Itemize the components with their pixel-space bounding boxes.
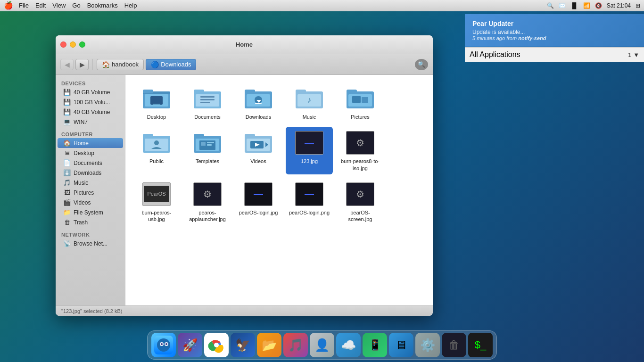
menu-edit[interactable]: Edit bbox=[35, 2, 46, 9]
sidebar-item-40gb-1[interactable]: 💾 40 GB Volume bbox=[58, 87, 123, 97]
svg-text:♪: ♪ bbox=[307, 95, 312, 105]
sidebar-item-documents[interactable]: 📄 Documents bbox=[58, 158, 123, 168]
folder-videos[interactable]: Videos bbox=[235, 127, 282, 174]
drive-icon: 💾 bbox=[63, 89, 71, 96]
forward-button[interactable]: ▶ bbox=[75, 59, 89, 70]
sidebar-item-filesystem[interactable]: 📁 File System bbox=[58, 207, 123, 217]
back-button[interactable]: ◀ bbox=[60, 59, 74, 70]
svg-rect-23 bbox=[347, 90, 357, 93]
sidebar-item-100gb[interactable]: 💾 100 GB Volu... bbox=[58, 97, 123, 107]
folder-videos-icon bbox=[243, 130, 273, 156]
menu-bookmarks[interactable]: Bookmarks bbox=[87, 2, 118, 9]
sidebar-item-pictures[interactable]: 🖼 Pictures bbox=[58, 188, 123, 197]
file-login-png[interactable]: — pearOS-login.png bbox=[286, 178, 333, 226]
folder-public[interactable]: Public bbox=[133, 127, 180, 174]
folder-music[interactable]: ♪ Music bbox=[286, 82, 333, 123]
sidebar-label-home: Home bbox=[74, 140, 89, 147]
sidebar-item-home[interactable]: 🏠 Home bbox=[58, 138, 123, 148]
sidebar-label-filesystem: File System bbox=[74, 209, 103, 216]
title-bar: Home bbox=[56, 35, 433, 54]
file-login-jpg[interactable]: — pearOS-login.jpg bbox=[235, 178, 282, 226]
apple-menu-icon[interactable]: 🍎 bbox=[4, 1, 13, 10]
sidebar: Devices 💾 40 GB Volume 💾 100 GB Volu... … bbox=[56, 75, 125, 305]
svg-point-48 bbox=[161, 343, 163, 345]
maximize-button[interactable] bbox=[79, 41, 85, 48]
window-controls bbox=[60, 41, 85, 48]
dock-item-finder[interactable] bbox=[151, 333, 176, 357]
battery-icon: ▐▌ bbox=[570, 2, 578, 9]
svg-rect-10 bbox=[200, 99, 215, 100]
volume-icon[interactable]: 🔇 bbox=[595, 2, 602, 9]
main-area: Devices 💾 40 GB Volume 💾 100 GB Volu... … bbox=[56, 75, 433, 305]
svg-point-30 bbox=[154, 140, 159, 145]
dock-item-chrome[interactable] bbox=[204, 333, 229, 357]
dock-item-sysprefs[interactable]: ⚙️ bbox=[415, 333, 440, 357]
sidebar-item-music[interactable]: 🎵 Music bbox=[58, 178, 123, 188]
folder-pictures-icon bbox=[345, 85, 375, 112]
svg-rect-5 bbox=[153, 104, 160, 105]
mail-icon[interactable]: ✉️ bbox=[559, 2, 566, 9]
file-applauncher[interactable]: ⚙ pearos-applauncher.jpg bbox=[184, 178, 231, 226]
search-button[interactable]: 🔍 bbox=[415, 59, 428, 70]
menu-go[interactable]: Go bbox=[72, 2, 80, 9]
sidebar-item-40gb-2[interactable]: 💾 40 GB Volume bbox=[58, 107, 123, 117]
grid-icon[interactable]: ⊞ bbox=[636, 2, 640, 9]
folder-documents[interactable]: Documents bbox=[184, 82, 231, 123]
file-burn-usb[interactable]: PearOS burn-pearos-usb.jpg bbox=[133, 178, 180, 226]
folder-templates[interactable]: Templates bbox=[184, 127, 231, 174]
menu-view[interactable]: View bbox=[52, 2, 66, 9]
notification-body: Update is available... bbox=[472, 29, 636, 35]
drive-icon-3: 💾 bbox=[63, 108, 71, 115]
toolbar: ◀ ▶ 🏠 handbook 🔵 Downloads 🔍 bbox=[56, 54, 433, 75]
downloads-breadcrumb-icon: 🔵 bbox=[151, 61, 159, 68]
folder-pictures[interactable]: Pictures bbox=[337, 82, 384, 123]
sidebar-label-trash: Trash bbox=[74, 219, 88, 226]
sidebar-item-desktop[interactable]: 🖥 Desktop bbox=[58, 148, 123, 158]
dock-item-instastats[interactable]: 🗑 bbox=[442, 333, 466, 357]
sidebar-section-devices: Devices bbox=[56, 79, 125, 87]
folder-templates-icon bbox=[192, 130, 223, 156]
dock-item-icloud[interactable]: ☁️ bbox=[336, 333, 361, 357]
dock-item-cydia[interactable]: 📱 bbox=[363, 333, 387, 357]
menu-file[interactable]: File bbox=[19, 2, 29, 9]
file-screen-jpg-icon: ⚙ bbox=[345, 181, 375, 207]
sidebar-section-network: Network bbox=[56, 230, 125, 239]
breadcrumb-handbook[interactable]: 🏠 handbook bbox=[97, 59, 144, 70]
file-screen-jpg[interactable]: ⚙ pearOS-screen.jpg bbox=[337, 178, 384, 226]
svg-rect-37 bbox=[207, 144, 212, 146]
sidebar-item-win7[interactable]: 💻 WIN7 bbox=[58, 117, 123, 127]
minimize-button[interactable] bbox=[70, 41, 76, 48]
dock-item-rocket[interactable]: 🚀 bbox=[178, 333, 202, 357]
notification-banner[interactable]: Pear Updater Update is available... 5 mi… bbox=[465, 14, 644, 47]
app-dropdown[interactable]: All Applications 1 ▼ bbox=[465, 47, 644, 62]
file-123jpg[interactable]: — 123.jpg bbox=[286, 127, 333, 174]
dock-item-display[interactable]: 🖥 bbox=[389, 333, 413, 357]
svg-rect-26 bbox=[362, 97, 368, 103]
pictures-icon: 🖼 bbox=[63, 189, 71, 196]
dock-item-thunderbird[interactable]: 🦅 bbox=[231, 333, 255, 357]
wifi-icon[interactable]: 📶 bbox=[583, 2, 590, 9]
trash-icon: 🗑 bbox=[63, 219, 71, 226]
dock-item-terminal[interactable]: $_ bbox=[468, 333, 493, 357]
file-burn-iso-label: burn-pearos8-to-iso.jpg bbox=[339, 158, 381, 172]
dock-item-contacts[interactable]: 👤 bbox=[310, 333, 334, 357]
svg-point-49 bbox=[165, 343, 167, 345]
folder-downloads[interactable]: Downloads bbox=[235, 82, 282, 123]
menu-help[interactable]: Help bbox=[124, 2, 137, 9]
breadcrumb-downloads-label: Downloads bbox=[161, 61, 191, 68]
dock-item-folder[interactable]: 📂 bbox=[257, 333, 281, 357]
file-burn-iso[interactable]: ⚙ burn-pearos8-to-iso.jpg bbox=[337, 127, 384, 174]
sidebar-item-downloads[interactable]: ⬇️ Downloads bbox=[58, 168, 123, 178]
sidebar-item-videos[interactable]: 🎬 Videos bbox=[58, 197, 123, 207]
close-button[interactable] bbox=[60, 41, 66, 48]
breadcrumb-downloads[interactable]: 🔵 Downloads bbox=[146, 59, 196, 70]
app-dropdown-label: All Applications bbox=[470, 50, 520, 59]
sidebar-item-trash[interactable]: 🗑 Trash bbox=[58, 217, 123, 227]
sidebar-label-browse-network: Browse Net... bbox=[74, 240, 107, 247]
dock-item-music[interactable]: 🎵 bbox=[283, 333, 308, 357]
videos-icon: 🎬 bbox=[63, 199, 71, 206]
folder-desktop[interactable]: Desktop bbox=[133, 82, 180, 123]
search-icon[interactable]: 🔍 bbox=[547, 2, 554, 9]
sidebar-item-browse-network[interactable]: 📡 Browse Net... bbox=[58, 239, 123, 248]
svg-rect-13 bbox=[245, 90, 255, 93]
